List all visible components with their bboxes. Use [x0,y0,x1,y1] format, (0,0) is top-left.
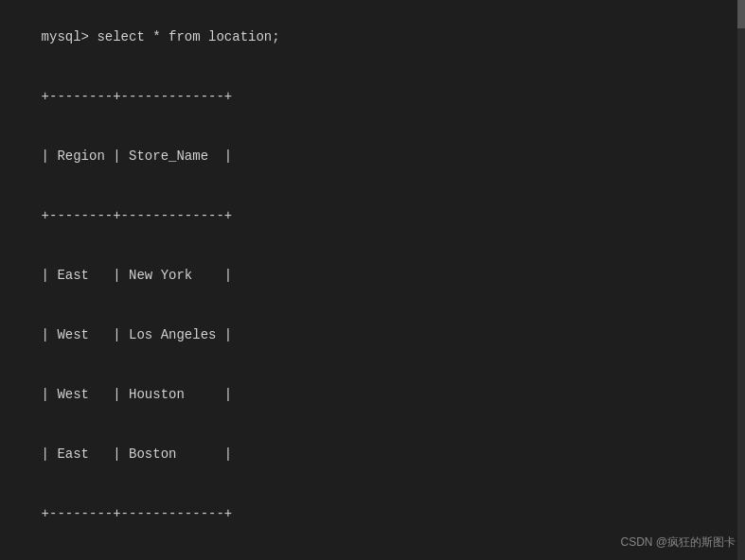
line-7: | West | Houston | [9,365,736,425]
text-8: | East | Boston | [42,446,233,462]
terminal: mysql> select * from location; +--------… [0,0,745,560]
text-7: | West | Houston | [42,387,233,402]
text-2: +--------+-------------+ [42,89,233,104]
line-4: +--------+-------------+ [9,186,736,246]
line-5: | East | New York | [9,246,736,306]
line-6: | West | Los Angeles | [9,306,736,365]
text-5: | East | New York | [42,268,233,283]
text-4: +--------+-------------+ [42,208,233,223]
scrollbar[interactable] [737,0,745,560]
scrollbar-thumb[interactable] [737,0,745,28]
text-9: +--------+-------------+ [42,506,233,521]
text-3: | Region | Store_Name | [42,149,233,164]
text-6: | West | Los Angeles | [42,327,233,342]
line-8: | East | Boston | [9,425,736,484]
line-3: | Region | Store_Name | [9,127,736,186]
line-1: mysql> select * from location; [9,8,736,67]
text-1: mysql> select * from location; [42,29,280,44]
line-2: +--------+-------------+ [9,67,736,127]
watermark: CSDN @疯狂的斯图卡 [620,534,736,551]
